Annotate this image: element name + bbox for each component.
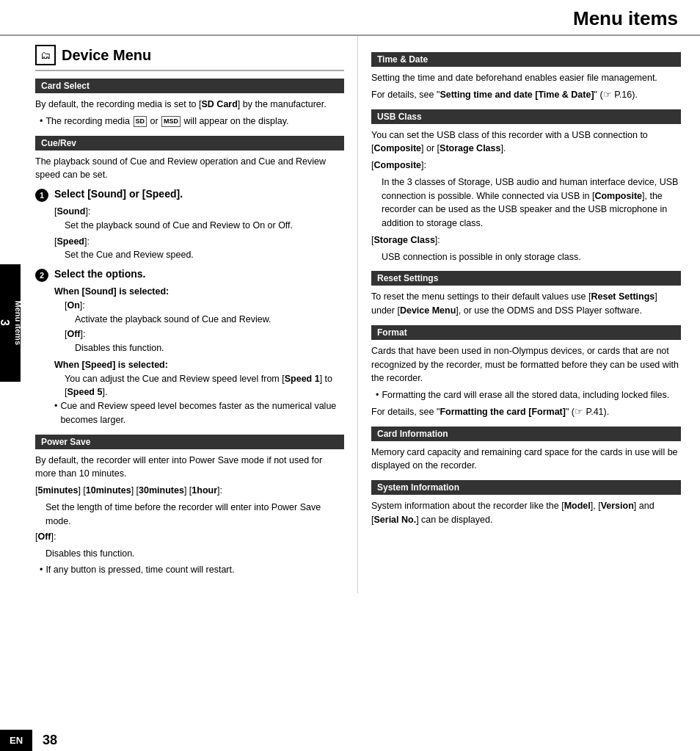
step1-speed-body: Set the Cue and Review speed. — [65, 248, 344, 262]
bullet-dot2: • — [54, 399, 57, 427]
step2-when-speed: When [Speed] is selected: — [54, 358, 344, 372]
format-body2: For details, see "Formatting the card [F… — [371, 405, 681, 419]
device-menu-heading: Device Menu — [62, 47, 151, 64]
main-content: 🗂 Device Menu Card Select By default, th… — [21, 36, 700, 593]
page-header: Menu items — [0, 0, 700, 36]
chapter-tab: 3 Menu items — [0, 264, 21, 382]
step2-on-label: [On]: — [65, 299, 344, 313]
device-menu-icon: 🗂 — [35, 45, 56, 65]
msd-icon: MSD — [161, 116, 181, 128]
step2-off-body: Disables this function. — [75, 341, 344, 355]
power-save-header: Power Save — [35, 435, 344, 449]
step2-speed-bullet: • Cue and Review speed level becomes fas… — [54, 399, 344, 427]
step2-number: 2 — [35, 269, 48, 282]
step1: 1 Select [Sound] or [Speed]. — [35, 188, 344, 202]
format-header: Format — [371, 325, 681, 340]
left-column: 🗂 Device Menu Card Select By default, th… — [21, 36, 358, 593]
bullet-dot: • — [40, 115, 43, 128]
step1-sound-label: [Sound]: — [54, 205, 344, 219]
power-save-body2: [5minutes] [10minutes] [30minutes] [1hou… — [35, 484, 344, 498]
step2-when-sound: When [Sound] is selected: — [54, 285, 344, 299]
step1-speed-label: [Speed]: — [54, 235, 344, 249]
cue-rev-header: Cue/Rev — [35, 136, 344, 150]
system-info-body1: System information about the recorder li… — [371, 499, 681, 527]
power-save-bullet1: • If any button is pressed, time count w… — [40, 563, 344, 577]
step2: 2 Select the options. — [35, 268, 344, 282]
step2-details: When [Sound] is selected: [On]: Activate… — [54, 285, 344, 427]
right-column: Time & Date Setting the time and date be… — [358, 36, 696, 593]
system-info-header: System Information — [371, 480, 681, 495]
footer-lang: EN — [0, 730, 32, 751]
page-title: Menu items — [22, 7, 678, 30]
chapter-title: Menu items — [14, 301, 23, 346]
usb-class-composite-label: [Composite]: — [371, 159, 681, 173]
power-save-body1: By default, the recorder will enter into… — [35, 454, 344, 482]
cue-rev-body1: The playback sound of Cue and Review ope… — [35, 155, 344, 183]
reset-settings-header: Reset Settings — [371, 271, 681, 286]
card-select-body1: By default, the recording media is set t… — [35, 98, 344, 112]
format-bullet-text: Formatting the card will erase all the s… — [382, 388, 669, 402]
step2-on-body: Activate the playback sound of Cue and R… — [75, 313, 344, 327]
power-save-body3: [Off]: — [35, 530, 344, 544]
sd-icon: SD — [134, 116, 147, 128]
step2-content: Select the options. — [54, 268, 145, 280]
step1-details: [Sound]: Set the playback sound of Cue a… — [54, 205, 344, 262]
folder-icon: 🗂 — [40, 49, 51, 61]
format-body1: Cards that have been used in non-Olympus… — [371, 344, 681, 385]
device-menu-title: 🗂 Device Menu — [35, 45, 344, 71]
usb-class-storage-label: [Storage Class]: — [371, 233, 681, 247]
card-info-header: Card Information — [371, 427, 681, 441]
power-save-bullet-text: If any button is pressed, time count wil… — [45, 563, 234, 577]
usb-class-body1: You can set the USB class of this record… — [371, 128, 681, 156]
page-footer: EN 38 — [0, 730, 700, 751]
time-date-header: Time & Date — [371, 52, 681, 67]
footer-page-number: 38 — [32, 730, 68, 751]
usb-class-composite-body: In the 3 classes of Storage, USB audio a… — [382, 175, 681, 231]
card-select-header: Card Select — [35, 79, 344, 93]
chapter-number: 3 — [0, 320, 11, 327]
bullet-dot3: • — [40, 563, 43, 577]
reset-settings-body1: To reset the menu settings to their defa… — [371, 290, 681, 318]
step2-off-label: [Off]: — [65, 327, 344, 341]
usb-class-storage-body: USB connection is possible in only stora… — [382, 250, 681, 264]
card-select-bullet-text: The recording media SD or MSD will appea… — [45, 115, 288, 128]
power-save-body2-sub: Set the length of time before the record… — [45, 501, 344, 529]
step2-speed-bullet-text: Cue and Review speed level becomes faste… — [60, 399, 344, 427]
time-date-body1: Setting the time and date beforehand ena… — [371, 71, 681, 85]
step1-title: Select [Sound] or [Speed]. — [54, 188, 183, 200]
format-bullet1: • Formatting the card will erase all the… — [376, 388, 681, 402]
power-save-body3-sub: Disables this function. — [45, 547, 344, 561]
usb-class-header: USB Class — [371, 109, 681, 124]
step1-number: 1 — [35, 189, 48, 202]
card-select-bullet1: • The recording media SD or MSD will app… — [40, 115, 344, 128]
time-date-body2: For details, see "Setting time and date … — [371, 88, 681, 102]
step1-sound-body: Set the playback sound of Cue and Review… — [65, 219, 344, 233]
step1-content: Select [Sound] or [Speed]. — [54, 188, 183, 200]
bullet-dot4: • — [376, 388, 379, 402]
step2-speed-body: You can adjust the Cue and Review speed … — [65, 372, 344, 400]
card-info-body1: Memory card capacity and remaining card … — [371, 446, 681, 474]
step2-title: Select the options. — [54, 268, 145, 280]
